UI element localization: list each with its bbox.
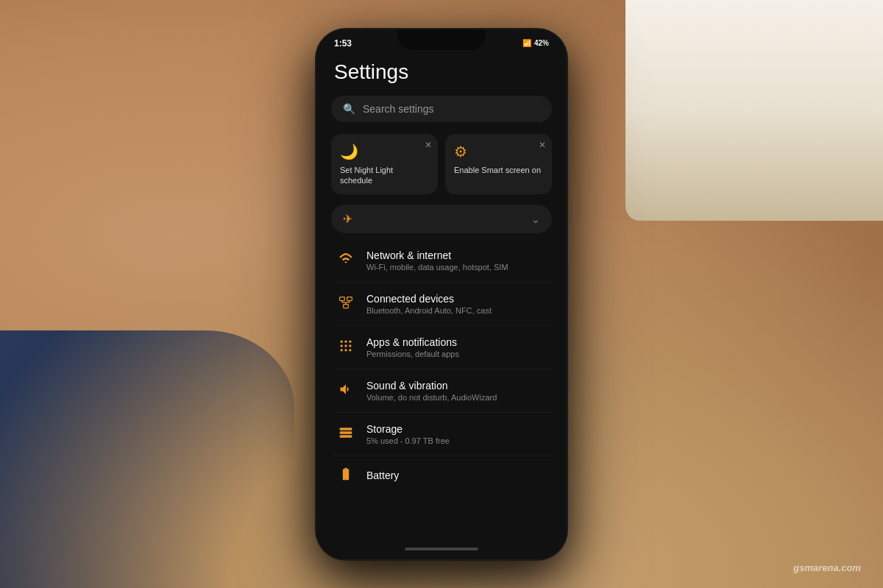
connected-title: Connected devices [366,293,546,305]
network-text: Network & internet Wi-Fi, mobile, data u… [366,249,546,272]
night-light-label: Set Night Lightschedule [340,165,429,186]
storage-icon [337,425,355,444]
svg-rect-16 [340,428,352,430]
svg-point-7 [341,340,343,342]
svg-rect-1 [347,297,352,300]
apps-text: Apps & notifications Permissions, defaul… [366,336,546,358]
settings-item-sound[interactable]: Sound & vibration Volume, do not disturb… [331,369,552,413]
background-table [625,0,883,221]
svg-point-8 [344,340,347,342]
storage-subtitle: 5% used - 0.97 TB free [366,436,546,445]
battery-title: Battery [366,470,546,481]
search-icon: 🔍 [343,103,355,115]
airplane-left: ✈ [343,212,352,226]
connected-subtitle: Bluetooth, Android Auto, NFC, cast [366,306,546,315]
sound-icon [337,382,355,400]
status-right-icons: 📶 42% [522,39,549,47]
apps-title: Apps & notifications [366,336,546,348]
svg-rect-0 [340,297,345,300]
battery-percent: 42% [534,39,549,47]
chevron-down-icon: ⌄ [531,213,540,225]
sound-subtitle: Volume, do not disturb, AudioWizard [366,393,546,402]
moon-icon: 🌙 [340,143,429,160]
sound-title: Sound & vibration [366,380,546,392]
status-time: 1:53 [334,38,352,49]
svg-point-15 [349,349,351,351]
suggestion-night-light[interactable]: ✕ 🌙 Set Night Lightschedule [331,134,438,195]
watermark: gsmarena.com [793,562,861,573]
apps-subtitle: Permissions, default apps [366,350,546,358]
close-night-light-icon[interactable]: ✕ [425,140,432,150]
search-bar[interactable]: 🔍 Search settings [331,96,552,122]
search-placeholder: Search settings [363,103,434,115]
settings-item-connected[interactable]: Connected devices Bluetooth, Android Aut… [331,283,552,326]
svg-rect-17 [340,431,352,433]
phone-wrapper: 1:53 📶 42% Settings 🔍 Search settings [316,29,567,559]
signal-icon: 📶 [522,39,531,47]
svg-rect-2 [344,304,349,308]
network-subtitle: Wi-Fi, mobile, data usage, hotspot, SIM [366,263,546,272]
nav-indicator [405,548,478,550]
settings-item-storage[interactable]: Storage 5% used - 0.97 TB free [331,413,552,456]
storage-title: Storage [366,423,546,435]
connected-text: Connected devices Bluetooth, Android Aut… [366,293,546,315]
svg-point-12 [349,344,351,347]
quick-suggestions: ✕ 🌙 Set Night Lightschedule ✕ ⚙ Enable S… [331,134,552,195]
settings-list: Network & internet Wi-Fi, mobile, data u… [331,239,552,495]
svg-point-11 [344,344,347,347]
smart-screen-label: Enable Smart screen on [454,165,543,175]
close-smart-screen-icon[interactable]: ✕ [539,140,546,150]
connected-devices-icon [337,295,355,314]
suggestion-smart-screen[interactable]: ✕ ⚙ Enable Smart screen on [445,134,552,195]
svg-point-13 [341,349,343,351]
svg-point-10 [341,344,343,347]
battery-icon [337,467,355,485]
svg-point-14 [344,349,347,351]
settings-item-network[interactable]: Network & internet Wi-Fi, mobile, data u… [331,239,552,283]
svg-point-9 [349,340,351,342]
phone: 1:53 📶 42% Settings 🔍 Search settings [316,29,567,559]
phone-screen: 1:53 📶 42% Settings 🔍 Search settings [316,29,567,559]
camera-notch [397,29,486,50]
airplane-icon: ✈ [343,212,352,226]
sound-text: Sound & vibration Volume, do not disturb… [366,380,546,402]
screen-content: Settings 🔍 Search settings ✕ 🌙 Set Night… [316,54,567,552]
settings-item-apps[interactable]: Apps & notifications Permissions, defaul… [331,326,552,369]
settings-item-battery[interactable]: Battery [331,456,552,495]
svg-rect-18 [340,435,352,437]
apps-icon [337,339,355,357]
battery-text: Battery [366,470,546,483]
page-title: Settings [331,60,552,84]
gear-icon: ⚙ [454,143,543,160]
airplane-mode-bar[interactable]: ✈ ⌄ [331,205,552,233]
storage-text: Storage 5% used - 0.97 TB free [366,423,546,445]
wifi-icon [337,252,355,270]
network-title: Network & internet [366,249,546,261]
